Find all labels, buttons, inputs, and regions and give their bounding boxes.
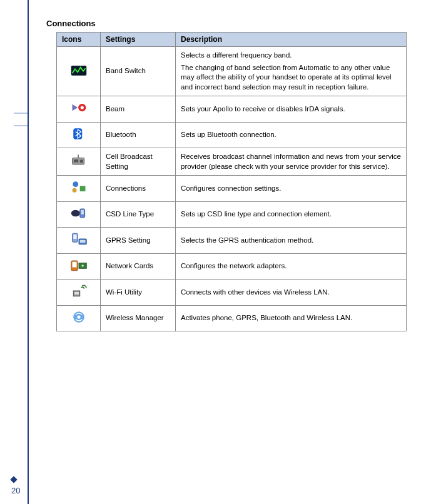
description-cell: Selects the GPRS authentication method.: [176, 228, 407, 254]
svg-point-10: [72, 188, 76, 193]
description-text: Selects the GPRS authentication method.: [181, 236, 401, 246]
description-text: Receives broadcast channel information a…: [181, 152, 401, 171]
description-cell: Receives broadcast channel information a…: [176, 148, 407, 176]
band-switch-icon: [57, 47, 101, 96]
table-row: ConnectionsConfigures connection setting…: [57, 176, 407, 202]
gprs-icon: [57, 228, 101, 254]
description-text: Connects with other devices via Wireless…: [181, 288, 401, 298]
setting-cell: CSD Line Type: [101, 201, 176, 228]
svg-point-21: [81, 265, 84, 267]
section-title: Connections: [46, 19, 415, 28]
left-margin-rule: [28, 0, 29, 504]
setting-cell: Beam: [101, 96, 176, 123]
description-cell: Sets up CSD line type and connection ele…: [176, 201, 407, 228]
svg-rect-5: [74, 159, 78, 162]
svg-point-6: [79, 159, 83, 163]
svg-rect-19: [72, 261, 76, 267]
table-row: CSD Line TypeSets up CSD line type and c…: [57, 201, 407, 228]
description-text: Activates phone, GPRS, Bluetooth and Wir…: [181, 313, 401, 323]
description-cell: Activates phone, GPRS, Bluetooth and Wir…: [176, 305, 407, 331]
cell-broadcast-icon: [57, 148, 101, 176]
connections-icon: [57, 176, 101, 202]
setting-cell: Band Switch: [101, 47, 176, 96]
description-text: Configures connection settings.: [181, 184, 401, 194]
svg-rect-17: [79, 240, 85, 243]
description-cell: Selects a different frequency band.The c…: [176, 47, 407, 96]
description-text: Configures the network adapters.: [181, 261, 401, 271]
table-row: BeamSets your Apollo to receive or disab…: [57, 96, 407, 123]
description-text: Selects a different frequency band.: [181, 51, 401, 61]
header-icons: Icons: [57, 33, 101, 47]
header-description: Description: [176, 33, 407, 47]
table-row: Wireless ManagerActivates phone, GPRS, B…: [57, 305, 407, 331]
setting-cell: GPRS Setting: [101, 228, 176, 254]
description-cell: Sets your Apollo to receive or disables …: [176, 96, 407, 123]
table-header-row: Icons Settings Description: [57, 33, 407, 47]
svg-rect-9: [79, 186, 85, 191]
table-row: Network CardsConfigures the network adap…: [57, 253, 407, 280]
description-cell: Configures the network adapters.: [176, 253, 407, 280]
description-cell: Configures connection settings.: [176, 176, 407, 202]
svg-rect-23: [74, 292, 79, 295]
connections-table: Icons Settings Description Band SwitchSe…: [56, 32, 407, 331]
bluetooth-icon: [57, 122, 101, 148]
setting-cell: Bluetooth: [101, 122, 176, 148]
svg-rect-13: [81, 209, 83, 214]
setting-cell: Cell Broadcast Setting: [101, 148, 176, 176]
header-settings: Settings: [101, 33, 176, 47]
description-cell: Connects with other devices via Wireless…: [176, 280, 407, 306]
setting-cell: Wi-Fi Utility: [101, 280, 176, 306]
svg-rect-15: [73, 234, 76, 239]
description-text: The changing of band selection from Auto…: [181, 63, 401, 93]
description-text: Sets up Bluetooth connection.: [181, 130, 401, 140]
wifi-utility-icon: [57, 280, 101, 306]
svg-point-25: [77, 315, 80, 318]
page-content: Connections Icons Settings Description B…: [46, 19, 415, 331]
page-number: 20: [11, 486, 20, 495]
setting-cell: Connections: [101, 176, 176, 202]
svg-point-2: [80, 106, 83, 109]
table-row: BluetoothSets up Bluetooth connection.: [57, 122, 407, 148]
csd-line-icon: [57, 201, 101, 228]
network-cards-icon: [57, 253, 101, 280]
wireless-manager-icon: [57, 305, 101, 331]
setting-cell: Wireless Manager: [101, 305, 176, 331]
table-row: Band SwitchSelects a different frequency…: [57, 47, 407, 96]
svg-point-11: [71, 209, 79, 216]
table-row: Wi-Fi UtilityConnects with other devices…: [57, 280, 407, 306]
setting-cell: Network Cards: [101, 253, 176, 280]
description-cell: Sets up Bluetooth connection.: [176, 122, 407, 148]
description-text: Sets your Apollo to receive or disables …: [181, 104, 401, 114]
description-text: Sets up CSD line type and connection ele…: [181, 209, 401, 219]
beam-icon: [57, 96, 101, 123]
table-row: Cell Broadcast SettingReceives broadcast…: [57, 148, 407, 176]
svg-point-8: [73, 181, 78, 187]
table-row: GPRS SettingSelects the GPRS authenticat…: [57, 228, 407, 254]
